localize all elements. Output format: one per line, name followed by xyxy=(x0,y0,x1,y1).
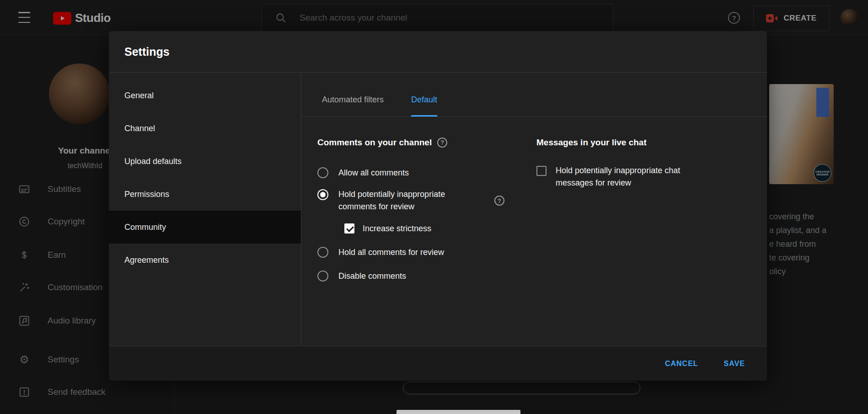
comments-section: Comments on your channel ? Allow all com… xyxy=(317,137,537,292)
youtube-studio-app: Studio ? CREAT xyxy=(0,0,868,414)
settings-nav-agreements[interactable]: Agreements xyxy=(109,244,301,276)
settings-nav-general[interactable]: General xyxy=(109,79,301,112)
option-increase-strictness[interactable]: Increase strictness xyxy=(344,220,537,237)
settings-nav-channel[interactable]: Channel xyxy=(109,112,301,145)
radio-hold-inappropriate[interactable] xyxy=(317,189,328,200)
dialog-title: Settings xyxy=(124,45,170,58)
settings-nav: General Channel Upload defaults Permissi… xyxy=(109,73,301,346)
comments-help-icon[interactable]: ? xyxy=(437,138,447,148)
option-hold-inappropriate-comments[interactable]: Hold potentially inappropriate comments … xyxy=(317,188,537,213)
checkbox-increase-strictness[interactable] xyxy=(344,223,354,234)
tab-default[interactable]: Default xyxy=(411,73,437,117)
settings-dialog: Settings General Channel Upload defaults… xyxy=(109,31,767,381)
option-hold-chat-messages[interactable]: Hold potentially inappropriate chat mess… xyxy=(536,165,733,189)
comments-heading-text: Comments on your channel xyxy=(317,137,432,148)
settings-nav-community[interactable]: Community xyxy=(109,211,301,244)
option-disable-comments[interactable]: Disable comments xyxy=(317,268,537,284)
dialog-footer: CANCEL SAVE xyxy=(109,346,767,381)
community-tabs: Automated filters Default xyxy=(301,73,767,117)
option-label: Hold all comments for review xyxy=(338,246,444,259)
live-chat-heading: Messages in your live chat xyxy=(536,137,733,148)
background-bar xyxy=(396,410,520,414)
radio-allow-all[interactable] xyxy=(317,167,328,178)
radio-disable-comments[interactable] xyxy=(317,271,328,281)
option-allow-all-comments[interactable]: Allow all comments xyxy=(317,165,537,181)
live-chat-section: Messages in your live chat Hold potentia… xyxy=(536,137,733,189)
settings-nav-permissions[interactable]: Permissions xyxy=(109,178,301,211)
settings-nav-upload-defaults[interactable]: Upload defaults xyxy=(109,145,301,178)
option-label: Disable comments xyxy=(338,270,406,282)
radio-hold-all[interactable] xyxy=(317,247,328,258)
option-label: Hold potentially inappropriate chat mess… xyxy=(556,165,698,189)
default-tab-panel: Comments on your channel ? Allow all com… xyxy=(301,117,767,346)
option-hold-all-comments[interactable]: Hold all comments for review xyxy=(317,244,537,260)
cancel-button[interactable]: CANCEL xyxy=(662,359,701,368)
option-label: Increase strictness xyxy=(363,223,431,235)
option-label: Hold potentially inappropriate comments … xyxy=(338,188,458,213)
comments-section-heading: Comments on your channel ? xyxy=(317,137,537,148)
option-label: Allow all comments xyxy=(338,167,409,179)
tab-automated-filters[interactable]: Automated filters xyxy=(322,73,384,117)
checkbox-hold-chat-messages[interactable] xyxy=(536,166,547,176)
hold-inappropriate-help-icon[interactable]: ? xyxy=(494,196,504,206)
settings-content: Automated filters Default Comments on yo… xyxy=(301,73,767,346)
dialog-header: Settings xyxy=(109,31,767,73)
comments-options: Allow all comments Hold potentially inap… xyxy=(317,165,537,284)
dialog-body: General Channel Upload defaults Permissi… xyxy=(109,73,767,346)
save-button[interactable]: SAVE xyxy=(721,359,748,368)
